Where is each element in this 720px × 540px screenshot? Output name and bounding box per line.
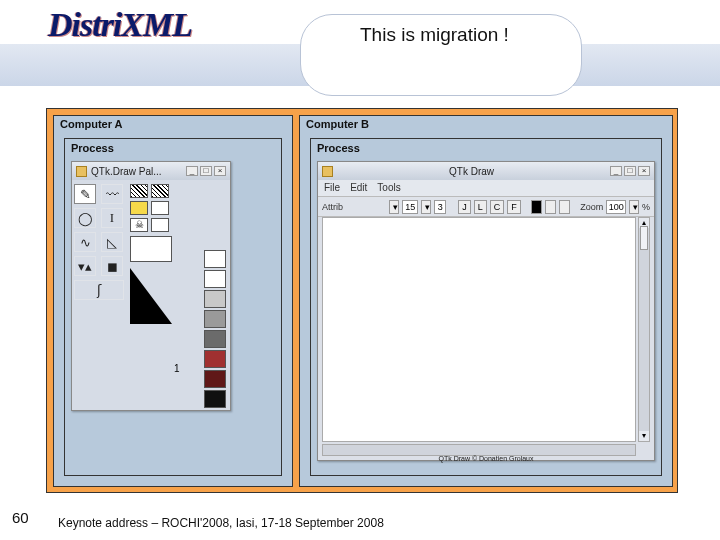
color-bar[interactable] — [204, 270, 226, 288]
color-bar[interactable] — [204, 350, 226, 368]
align-f-button[interactable]: F — [507, 200, 521, 214]
polygon-tool-icon[interactable]: ◺ — [101, 232, 123, 252]
zoom-field[interactable]: 100 — [606, 200, 626, 214]
brush-size-value: 1 — [174, 363, 180, 374]
attrib-label: Attrib — [322, 202, 343, 212]
tool-column: ✎ 〰 ◯ I ∿ ◺ ▾▴ ◼ ʃ — [72, 180, 126, 410]
diagram-stage: Computer A Process QTk.Draw Pal... _ □ ×… — [46, 108, 678, 493]
brush-size-triangle-icon[interactable] — [130, 268, 172, 324]
close-button[interactable]: × — [214, 166, 226, 176]
white-swatch-2[interactable] — [151, 218, 169, 232]
minimize-button[interactable]: _ — [610, 166, 622, 176]
computer-a-panel: Computer A Process QTk.Draw Pal... _ □ ×… — [53, 115, 293, 487]
align-j-button[interactable]: J — [458, 200, 471, 214]
zoom-label: Zoom — [580, 202, 603, 212]
computer-b-process: Process QTk Draw _ □ × File Edit Tools — [310, 138, 662, 476]
palette-window: QTk.Draw Pal... _ □ × ✎ 〰 ◯ I ∿ ◺ — [71, 161, 231, 411]
window-controls: _ □ × — [186, 166, 226, 176]
draw-title: QTk Draw — [337, 166, 606, 177]
footer-text: Keynote address – ROCHI'2008, Iasi, 17-1… — [58, 516, 384, 530]
logo: DistriXML — [48, 6, 192, 44]
percent-label: % — [642, 202, 650, 212]
menu-edit[interactable]: Edit — [350, 182, 367, 194]
color-bar[interactable] — [204, 390, 226, 408]
field-1[interactable]: 15 — [402, 200, 418, 214]
status-bar: QTk Draw © Donatien Grolaux — [311, 455, 661, 469]
process-a-label: Process — [65, 139, 281, 157]
color-bar[interactable] — [204, 330, 226, 348]
freehand-tool-icon[interactable]: ʃ — [74, 280, 124, 300]
menu-tools[interactable]: Tools — [377, 182, 400, 194]
maximize-button[interactable]: □ — [200, 166, 212, 176]
window-controls: _ □ × — [610, 166, 650, 176]
pattern-hatch2-swatch[interactable] — [559, 200, 570, 214]
palette-title: QTk.Draw Pal... — [91, 166, 162, 177]
dropdown-icon[interactable]: ▾ — [629, 200, 639, 214]
foreground-swatch[interactable] — [130, 236, 172, 262]
drawing-canvas[interactable] — [322, 217, 636, 442]
app-icon — [76, 166, 87, 177]
computer-a-label: Computer A — [54, 116, 292, 134]
color-bar[interactable] — [204, 250, 226, 268]
pattern-swatch-2[interactable] — [151, 184, 169, 198]
scroll-down-icon[interactable]: ▾ — [639, 431, 649, 441]
dropdown-icon[interactable]: ▾ — [389, 200, 399, 214]
computer-b-panel: Computer B Process QTk Draw _ □ × File E… — [299, 115, 673, 487]
menubar: File Edit Tools — [318, 180, 654, 197]
maximize-button[interactable]: □ — [624, 166, 636, 176]
menu-file[interactable]: File — [324, 182, 340, 194]
erase-tool-icon[interactable]: ◼ — [101, 256, 123, 276]
slide-title: This is migration ! — [360, 24, 509, 46]
pattern-black-swatch[interactable] — [531, 200, 542, 214]
field-2[interactable]: 3 — [434, 200, 446, 214]
fill-tool-icon[interactable]: ▾▴ — [74, 256, 96, 276]
toolbar: Attrib ▾ 15 ▾ 3 J L C F Zoom — [318, 197, 654, 217]
color-bar[interactable] — [204, 370, 226, 388]
pencil-tool-icon[interactable]: ✎ — [74, 184, 96, 204]
dropdown-icon[interactable]: ▾ — [421, 200, 431, 214]
computer-a-process: Process QTk.Draw Pal... _ □ × ✎ 〰 ◯ — [64, 138, 282, 476]
align-l-button[interactable]: L — [474, 200, 487, 214]
slide-number: 60 — [12, 509, 29, 526]
pattern-swatch[interactable] — [130, 184, 148, 198]
computer-b-label: Computer B — [300, 116, 672, 134]
minimize-button[interactable]: _ — [186, 166, 198, 176]
yellow-swatch[interactable] — [130, 201, 148, 215]
curve-tool-icon[interactable]: ∿ — [74, 232, 96, 252]
vertical-scrollbar[interactable]: ▴ ▾ — [638, 217, 650, 442]
pattern-hatch-swatch[interactable] — [545, 200, 556, 214]
draw-window: QTk Draw _ □ × File Edit Tools Attrib ▾ — [317, 161, 655, 461]
oval-tool-icon[interactable]: ◯ — [74, 208, 96, 228]
align-c-button[interactable]: C — [490, 200, 505, 214]
close-button[interactable]: × — [638, 166, 650, 176]
text-tool-icon[interactable]: I — [101, 208, 123, 228]
color-bar[interactable] — [204, 290, 226, 308]
scroll-thumb[interactable] — [640, 226, 648, 250]
color-column: ☠ 1 — [126, 180, 230, 410]
app-icon — [322, 166, 333, 177]
skull-icon[interactable]: ☠ — [130, 218, 148, 232]
palette-titlebar[interactable]: QTk.Draw Pal... _ □ × — [72, 162, 230, 180]
draw-titlebar[interactable]: QTk Draw _ □ × — [318, 162, 654, 180]
brush-tool-icon[interactable]: 〰 — [101, 184, 123, 204]
color-bar[interactable] — [204, 310, 226, 328]
white-swatch[interactable] — [151, 201, 169, 215]
header-band — [0, 44, 720, 86]
process-b-label: Process — [311, 139, 661, 157]
